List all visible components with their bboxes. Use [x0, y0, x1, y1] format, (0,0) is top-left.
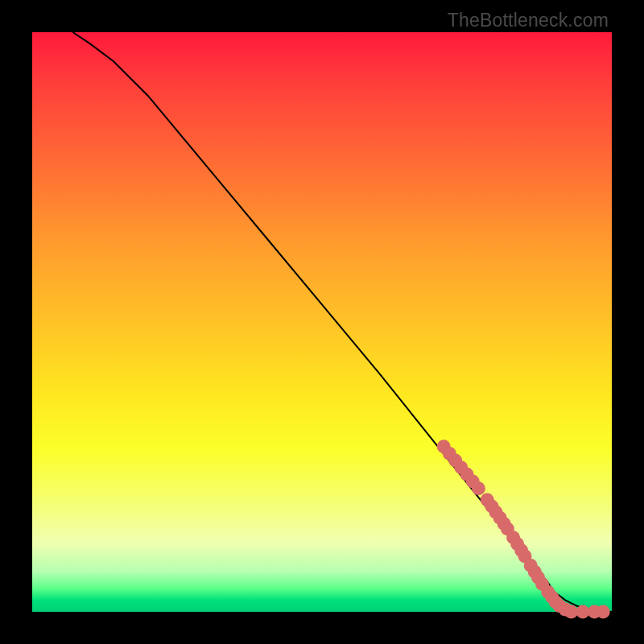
watermark-text: TheBottleneck.com [448, 10, 609, 31]
plot-area [32, 32, 612, 612]
chart-svg [32, 32, 612, 612]
data-point [472, 481, 485, 495]
data-point [597, 605, 610, 619]
curve-line [72, 32, 612, 612]
chart-frame: TheBottleneck.com [0, 0, 644, 644]
scatter-dots [437, 440, 610, 618]
